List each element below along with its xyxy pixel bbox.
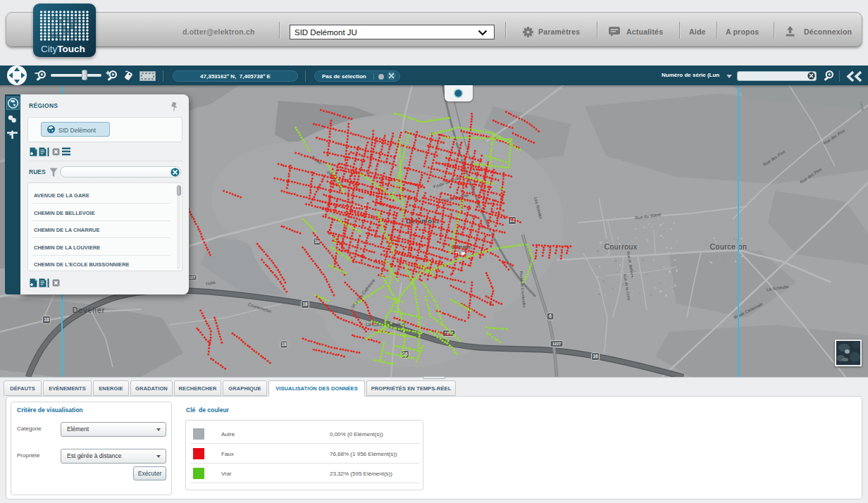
- svg-text:16: 16: [302, 302, 308, 306]
- svg-text:Courtemelon: Courtemelon: [247, 302, 272, 313]
- svg-text:Cource on: Cource on: [710, 242, 748, 251]
- svg-text:Rue de la Croix: Rue de la Croix: [623, 273, 632, 301]
- svg-text:Rue du Stand: Rue du Stand: [635, 212, 661, 220]
- svg-text:Develier: Develier: [73, 306, 106, 314]
- svg-text:6: 6: [549, 313, 552, 318]
- svg-text:Tivila: Tivila: [205, 280, 216, 286]
- svg-text:18: 18: [44, 317, 49, 322]
- svg-text:18: 18: [281, 342, 287, 347]
- svg-text:1227: 1227: [552, 342, 561, 346]
- svg-text:CityTouch: CityTouch: [41, 44, 85, 54]
- svg-text:16: 16: [593, 354, 598, 359]
